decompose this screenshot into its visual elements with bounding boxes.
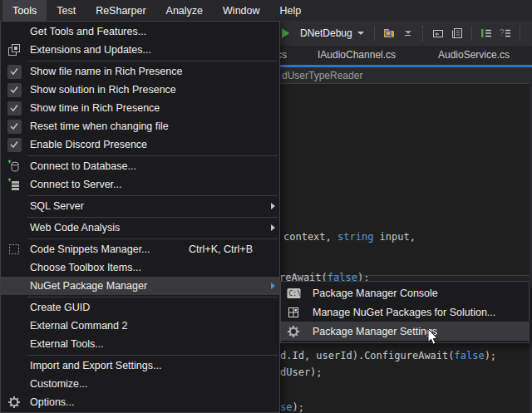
breadcrumb-type-label: dUserTypeReader bbox=[282, 70, 362, 81]
gear-icon bbox=[1, 393, 27, 411]
menu-item-extensions-and-updates[interactable]: Extensions and Updates... bbox=[1, 41, 279, 59]
menu-item-external-tools[interactable]: External Tools... bbox=[1, 335, 279, 353]
menu-icon-empty bbox=[1, 197, 27, 215]
menu-item-customize[interactable]: Customize... bbox=[1, 375, 279, 393]
menu-item-web-code-analysis[interactable]: Web Code Analysis bbox=[1, 219, 279, 237]
toolbar-separator bbox=[471, 26, 472, 41]
console-icon: C:\ bbox=[281, 283, 306, 302]
menu-icon-empty bbox=[1, 258, 27, 277]
menu-icon-empty bbox=[1, 317, 27, 335]
chevron-down-icon bbox=[357, 32, 364, 35]
main-menu-bar: ToolsTestReSharperAnalyzeWindowHelp bbox=[0, 0, 532, 21]
code-token: context, bbox=[283, 231, 337, 243]
menu-item-label: Show solution in Rich Presence bbox=[30, 84, 266, 96]
code-line: d.Id, userId).ConfigureAwait(false); bbox=[280, 350, 496, 361]
menu-icon-empty bbox=[1, 22, 27, 41]
navigate-tab-icon[interactable] bbox=[431, 26, 446, 41]
copy-lines-icon[interactable] bbox=[450, 26, 465, 41]
find-options-dropdown-icon[interactable] bbox=[401, 26, 416, 41]
menu-item-reset-time-when-changing-file[interactable]: Reset time when changing file bbox=[1, 117, 279, 135]
menu-item-label: Choose Toolbox Items... bbox=[30, 262, 266, 273]
menu-item-import-and-export-settings[interactable]: Import and Export Settings... bbox=[1, 356, 279, 375]
menu-icon-empty bbox=[1, 219, 27, 237]
toolbar-separator bbox=[374, 26, 375, 41]
menu-item-enable-discord-presence[interactable]: Enable Discord Presence bbox=[1, 135, 279, 154]
menu-item-label: Web Code Analysis bbox=[30, 222, 266, 234]
submenu-arrow-icon bbox=[266, 203, 279, 209]
menu-item-label: Show file name in Rich Presence bbox=[30, 66, 266, 77]
menu-item-code-snippets-manager[interactable]: Code Snippets Manager...Ctrl+K, Ctrl+B bbox=[1, 240, 279, 258]
check-icon bbox=[1, 99, 27, 117]
tab-audioservice-cs[interactable]: AudioService.cs bbox=[438, 49, 510, 61]
snippets-icon bbox=[1, 240, 27, 258]
svg-text:C:\: C:\ bbox=[288, 290, 301, 297]
server-connect-icon bbox=[1, 175, 27, 194]
menu-icon-empty bbox=[1, 277, 27, 295]
submenu-item-package-manager-console[interactable]: C:\Package Manager Console bbox=[281, 283, 529, 302]
menu-item-label: External Command 2 bbox=[30, 320, 266, 332]
menubar-item-resharper[interactable]: ReSharper bbox=[86, 0, 155, 21]
menu-item-show-file-name-in-rich-presence[interactable]: Show file name in Rich Presence bbox=[1, 62, 279, 81]
menu-item-label: Customize... bbox=[30, 378, 266, 390]
menu-item-label: SQL Server bbox=[30, 200, 266, 212]
menu-item-label: Create GUID bbox=[30, 302, 266, 313]
menu-item-get-tools-and-features[interactable]: Get Tools and Features... bbox=[1, 22, 279, 41]
toolbar-separator bbox=[422, 26, 424, 41]
debug-target-label: DNetDebug bbox=[300, 27, 352, 39]
submenu-item-label: Package Manager Console bbox=[313, 288, 438, 299]
debug-target-dropdown[interactable]: DNetDebug bbox=[297, 26, 367, 41]
menu-item-nuget-package-manager[interactable]: NuGet Package Manager bbox=[1, 277, 279, 295]
code-token: d.Id, userId).ConfigureAwait( bbox=[280, 350, 455, 361]
code-token: dUser); bbox=[280, 366, 323, 378]
menu-item-connect-to-server[interactable]: Connect to Server... bbox=[1, 175, 279, 194]
menu-icon-empty bbox=[1, 298, 27, 317]
menu-item-label: External Tools... bbox=[30, 338, 266, 350]
submenu-item-label: Package Manager Settings bbox=[313, 326, 437, 337]
submenu-item-manage-nuget-packages-for-solution[interactable]: Manage NuGet Packages for Solution... bbox=[281, 302, 529, 322]
visual-studio-window: context, string input,reAwait(false);d.I… bbox=[0, 0, 532, 413]
submenu-item-package-manager-settings[interactable]: Package Manager Settings bbox=[281, 322, 529, 341]
menu-item-label: Reset time when changing file bbox=[30, 120, 266, 132]
menu-item-label: Show time in Rich Presence bbox=[30, 102, 266, 114]
code-line: se); bbox=[280, 401, 304, 413]
menu-item-options[interactable]: Options... bbox=[1, 393, 279, 411]
code-token: se bbox=[280, 401, 292, 413]
menubar-item-window[interactable]: Window bbox=[213, 0, 269, 21]
menu-item-sql-server[interactable]: SQL Server bbox=[1, 197, 279, 215]
code-token: false bbox=[455, 350, 485, 361]
check-icon bbox=[1, 81, 27, 99]
check-icon bbox=[1, 117, 27, 135]
menu-item-label: Enable Discord Presence bbox=[30, 139, 266, 150]
code-line: context, string input, bbox=[283, 231, 416, 243]
menu-item-connect-to-database[interactable]: Connect to Database... bbox=[1, 157, 279, 175]
tab-iaudiochannel-cs[interactable]: IAudioChannel.cs bbox=[318, 49, 396, 61]
code-token: string bbox=[337, 231, 373, 243]
submenu-arrow-icon bbox=[266, 283, 279, 289]
find-in-files-icon[interactable] bbox=[382, 26, 397, 41]
menubar-item-test[interactable]: Test bbox=[47, 0, 86, 21]
menu-item-show-solution-in-rich-presence[interactable]: Show solution in Rich Presence bbox=[1, 81, 279, 99]
menu-item-choose-toolbox-items[interactable]: Choose Toolbox Items... bbox=[1, 258, 279, 277]
menu-item-label: Connect to Database... bbox=[30, 160, 266, 172]
menu-item-show-time-in-rich-presence[interactable]: Show time in Rich Presence bbox=[1, 99, 279, 117]
menu-item-label: Import and Export Settings... bbox=[30, 360, 266, 371]
nuget-submenu: C:\Package Manager ConsoleManage NuGet P… bbox=[280, 281, 530, 343]
code-token: ); bbox=[292, 401, 303, 413]
mouse-cursor bbox=[427, 329, 439, 349]
menu-item-external-command-2[interactable]: External Command 2 bbox=[1, 317, 279, 335]
menubar-item-help[interactable]: Help bbox=[270, 0, 312, 21]
menu-item-create-guid[interactable]: Create GUID bbox=[1, 298, 279, 317]
format-lines-icon[interactable]: ? bbox=[498, 26, 513, 41]
menu-item-label: NuGet Package Manager bbox=[30, 280, 266, 292]
menu-item-label: Connect to Server... bbox=[30, 179, 266, 190]
menu-item-label: Code Snippets Manager... bbox=[30, 243, 189, 255]
menu-item-label: Options... bbox=[30, 396, 266, 408]
extensions-icon bbox=[1, 41, 27, 59]
tools-menu-dropdown: Get Tools and Features...Extensions and … bbox=[0, 21, 280, 413]
indent-lines-icon[interactable] bbox=[479, 26, 494, 41]
menubar-item-tools[interactable]: Tools bbox=[2, 0, 47, 21]
menubar-item-analyze[interactable]: Analyze bbox=[156, 0, 213, 21]
packages-icon bbox=[281, 302, 306, 322]
menu-icon-empty bbox=[1, 375, 27, 393]
menu-item-label: Get Tools and Features... bbox=[30, 26, 266, 37]
